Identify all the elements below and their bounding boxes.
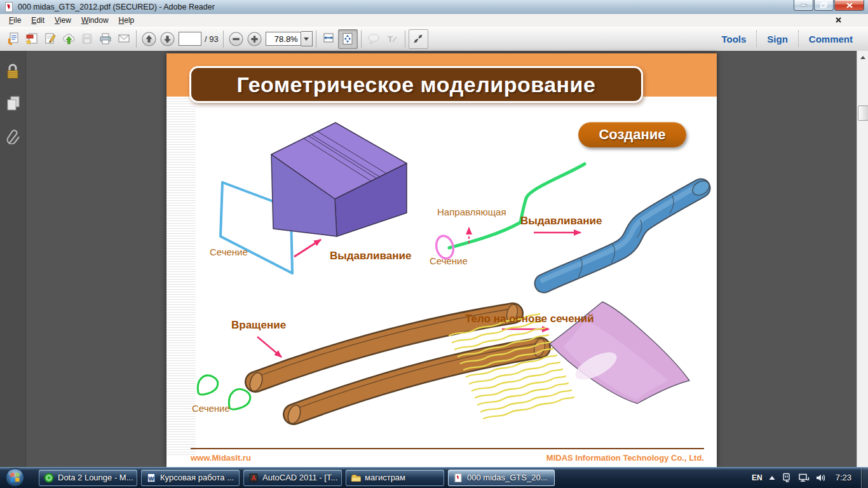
toolbar-separator	[361, 30, 362, 48]
attachments-icon[interactable]	[5, 128, 21, 144]
previous-page-button[interactable]	[140, 30, 158, 48]
restore-button[interactable]	[814, 0, 834, 11]
vertical-scrollbar[interactable]	[857, 51, 868, 467]
taskbar-button-dota2lounge[interactable]: Dota 2 Lounge - M...	[39, 470, 137, 486]
taskbar-button-folder[interactable]: магистрам	[346, 470, 444, 486]
create-pdf-button[interactable]	[22, 30, 41, 48]
page-number-input[interactable]	[179, 32, 201, 46]
pdf-document-icon	[453, 473, 463, 483]
save-copy-button[interactable]	[4, 30, 22, 48]
page-thumbnails-icon[interactable]	[5, 96, 21, 111]
toolbar-right-tabs: Tools Sign Comment	[711, 27, 863, 51]
taskbar-button-label: AutoCAD 2011 - [T...	[262, 473, 337, 482]
toolbar-separator	[316, 30, 316, 48]
toolbar: / 93 78.8%	[0, 27, 868, 51]
window-title: 000 midas_GTS_2012.pdf (SECURED) - Adobe…	[18, 3, 215, 11]
taskbar-button-word-document[interactable]: W Курсовая работа ...	[141, 470, 240, 486]
fit-width-button[interactable]	[320, 30, 338, 48]
creation-badge: Создание	[578, 122, 686, 147]
start-button[interactable]	[5, 468, 25, 487]
menu-window[interactable]: Window	[76, 15, 114, 26]
label-revolve: Вращение	[231, 319, 286, 332]
label-section-3: Сечение	[192, 403, 230, 414]
next-page-button[interactable]	[158, 30, 177, 48]
document-area: Геометрическое моделирование Создание	[0, 51, 868, 467]
label-section-2: Сечение	[430, 255, 468, 266]
toolbar-separator	[405, 30, 405, 48]
taskbar-button-autocad[interactable]: A AutoCAD 2011 - [T...	[243, 470, 342, 486]
cloud-upload-button[interactable]	[59, 30, 78, 48]
save-button	[78, 30, 96, 48]
footer-site-link[interactable]: www.Midaslt.ru	[191, 453, 251, 463]
footer-company: MIDAS Information Technology Co., Ltd.	[546, 453, 704, 463]
label-section-1: Сечение	[210, 247, 248, 257]
zoom-dropdown-icon[interactable]	[301, 31, 313, 46]
green-site-icon	[44, 473, 54, 483]
window-controls	[794, 0, 864, 11]
svg-text:A: A	[251, 475, 255, 482]
swept-pipe-blue	[543, 178, 712, 283]
scrollbar-up-icon[interactable]	[858, 53, 867, 62]
comment-bubble-button	[365, 30, 383, 48]
label-loft: Тело на основе сечений	[465, 313, 594, 325]
zoom-out-button[interactable]	[227, 30, 245, 48]
close-document-icon[interactable]	[836, 17, 841, 23]
fullscreen-button[interactable]	[409, 29, 428, 49]
folder-icon	[351, 473, 361, 483]
toolbar-separator	[223, 30, 224, 48]
lock-icon[interactable]	[6, 62, 20, 79]
footer-divider	[191, 448, 704, 449]
hidden-icons-chevron[interactable]	[768, 475, 776, 481]
adobe-reader-icon	[4, 2, 14, 12]
eject-hardware-icon[interactable]	[782, 472, 792, 483]
svg-text:W: W	[149, 474, 154, 481]
taskbar: Dota 2 Lounge - M... W Курсовая работа .…	[0, 467, 868, 488]
navigation-rail	[0, 51, 26, 467]
volume-icon[interactable]	[815, 473, 826, 483]
fit-page-button[interactable]	[338, 29, 358, 49]
menu-edit[interactable]: Edit	[26, 15, 50, 26]
zoom-level-text: 78.8%	[275, 34, 298, 44]
show-desktop-button[interactable]	[861, 467, 868, 488]
network-status-icon[interactable]	[798, 472, 810, 483]
sign-tab[interactable]: Sign	[757, 34, 798, 44]
arrow-revolve	[257, 337, 281, 357]
label-guide: Направляющая	[437, 207, 506, 217]
taskbar-button-label: Курсовая работа ...	[160, 473, 234, 482]
minimize-button[interactable]	[794, 0, 813, 11]
taskbar-button-label: 000 midas_GTS_20...	[467, 473, 547, 482]
arrow-extrude-1	[294, 240, 321, 257]
svg-text:T: T	[388, 34, 393, 44]
scrollbar-thumb[interactable]	[858, 105, 868, 121]
toolbar-separator	[136, 30, 137, 48]
system-tray: EN 7:23	[752, 467, 868, 488]
comment-tab[interactable]: Comment	[799, 34, 863, 44]
slide-title: Геометрическое моделирование	[189, 66, 643, 103]
zoom-in-button[interactable]	[245, 30, 264, 48]
taskbar-button-pdf-active[interactable]: 000 midas_GTS_20...	[448, 470, 555, 486]
extruded-block-purple	[271, 123, 407, 236]
guide-curve-green	[449, 164, 585, 248]
language-indicator[interactable]: EN	[752, 473, 763, 482]
taskbar-button-label: магистрам	[365, 473, 405, 482]
taskbar-button-label: Dota 2 Lounge - M...	[58, 473, 133, 482]
tools-tab[interactable]: Tools	[711, 34, 756, 44]
pdf-page: Геометрическое моделирование Создание	[166, 53, 717, 467]
autocad-icon: A	[248, 473, 259, 483]
sign-file-button[interactable]	[41, 30, 59, 48]
label-extrude-2: Выдавливание	[520, 215, 602, 227]
email-button[interactable]	[114, 30, 133, 48]
close-button[interactable]	[834, 0, 864, 11]
adobe-reader-window: 000 midas_GTS_2012.pdf (SECURED) - Adobe…	[0, 0, 868, 488]
word-document-icon: W	[146, 473, 156, 483]
page-total-label: / 93	[205, 34, 219, 44]
menu-help[interactable]: Help	[114, 15, 140, 26]
titlebar: 000 midas_GTS_2012.pdf (SECURED) - Adobe…	[0, 0, 868, 15]
text-markup-button: T	[383, 30, 402, 48]
zoom-level-value[interactable]: 78.8%	[266, 32, 301, 46]
menu-view[interactable]: View	[50, 15, 76, 26]
menubar: File Edit View Window Help	[0, 14, 868, 27]
menu-file[interactable]: File	[4, 15, 26, 26]
print-button[interactable]	[96, 30, 114, 48]
clock[interactable]: 7:23	[836, 473, 851, 482]
